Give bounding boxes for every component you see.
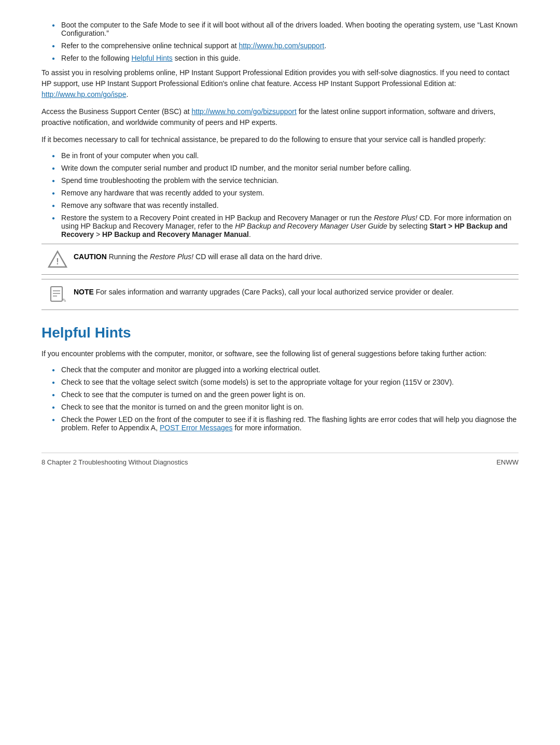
list-item-restore: Restore the system to a Recovery Point c…: [41, 214, 519, 238]
note-box: ✎ NOTE For sales information and warrant…: [41, 279, 519, 310]
list-item: Remove any hardware that was recently ad…: [41, 189, 519, 197]
section-heading-helpful-hints: Helpful Hints: [41, 325, 519, 341]
para1-text: To assist you in resolving problems onli…: [41, 68, 509, 88]
caution-label: CAUTION: [74, 252, 107, 261]
bullet-text-2-before: Refer to the comprehensive online techni…: [61, 41, 239, 50]
list-item: Check that the computer and monitor are …: [41, 366, 519, 374]
caution-icon: !: [48, 249, 67, 269]
paragraph-call: If it becomes necessary to call for tech…: [41, 134, 519, 145]
list-item: Refer to the following Helpful Hints sec…: [41, 54, 519, 62]
caution-italic: Restore Plus!: [150, 252, 193, 261]
svg-text:✎: ✎: [62, 298, 66, 303]
bullet-text-3-after: section in this guide.: [173, 54, 241, 62]
bizsupport-link[interactable]: http://www.hp.com/go/bizsupport: [191, 107, 296, 116]
list-item-post-error: Check the Power LED on the front of the …: [41, 415, 519, 432]
svg-rect-2: [51, 287, 62, 301]
call-bullet-list: Be in front of your computer when you ca…: [41, 151, 519, 238]
bullet-text-3-before: Refer to the following: [61, 54, 131, 62]
helpful-bullet-list: Check that the computer and monitor are …: [41, 366, 519, 432]
post-error-link[interactable]: POST Error Messages: [160, 424, 233, 432]
paragraph-bsc: Access the Business Support Center (BSC)…: [41, 106, 519, 128]
list-item: Be in front of your computer when you ca…: [41, 151, 519, 160]
bullet-text-3-wrap: Refer to the following Helpful Hints sec…: [61, 54, 241, 62]
caution-content: CAUTION Running the Restore Plus! CD wil…: [74, 249, 322, 262]
list-item: Spend time troubleshooting the problem w…: [41, 176, 519, 185]
caution-text-after: CD will erase all data on the hard drive…: [193, 252, 322, 261]
top-bullet-list: Boot the computer to the Safe Mode to se…: [41, 21, 519, 62]
bullet-text-1: Boot the computer to the Safe Mode to se…: [61, 21, 519, 37]
list-item: Check to see that the monitor is turned …: [41, 403, 519, 411]
content-area: Boot the computer to the Safe Mode to se…: [41, 21, 519, 466]
list-item: Refer to the comprehensive online techni…: [41, 41, 519, 50]
caution-text-before: Running the: [109, 252, 150, 261]
para2-before: Access the Business Support Center (BSC)…: [41, 107, 191, 116]
list-item: Remove any software that was recently in…: [41, 201, 519, 209]
caution-box: ! CAUTION Running the Restore Plus! CD w…: [41, 244, 519, 275]
svg-text:!: !: [56, 257, 59, 266]
helpful-hints-link[interactable]: Helpful Hints: [131, 54, 172, 62]
note-icon: ✎: [48, 285, 67, 304]
restore-text: Restore the system to a Recovery Point c…: [61, 214, 519, 238]
list-item: Write down the computer serial number an…: [41, 164, 519, 172]
footer-right: ENWW: [496, 458, 519, 466]
helpful-intro: If you encounter problems with the compu…: [41, 348, 519, 359]
note-label: NOTE: [74, 288, 94, 296]
post-error-text: Check the Power LED on the front of the …: [61, 415, 519, 432]
ispe-link[interactable]: http://www.hp.com/go/ispe: [41, 90, 126, 99]
footer-bar: 8 Chapter 2 Troubleshooting Without Diag…: [41, 453, 519, 466]
footer-left: 8 Chapter 2 Troubleshooting Without Diag…: [41, 458, 188, 466]
hp-support-link[interactable]: http://www.hp.com/support: [239, 41, 324, 50]
note-text: For sales information and warranty upgra…: [96, 288, 454, 296]
list-item: Check to see that the computer is turned…: [41, 390, 519, 399]
note-content: NOTE For sales information and warranty …: [74, 285, 454, 298]
list-item: Boot the computer to the Safe Mode to se…: [41, 21, 519, 37]
paragraph-instant-support: To assist you in resolving problems onli…: [41, 67, 519, 100]
bullet-text-2-wrap: Refer to the comprehensive online techni…: [61, 41, 326, 50]
list-item: Check to see that the voltage select swi…: [41, 378, 519, 386]
bullet-text-2-after: .: [324, 41, 326, 50]
